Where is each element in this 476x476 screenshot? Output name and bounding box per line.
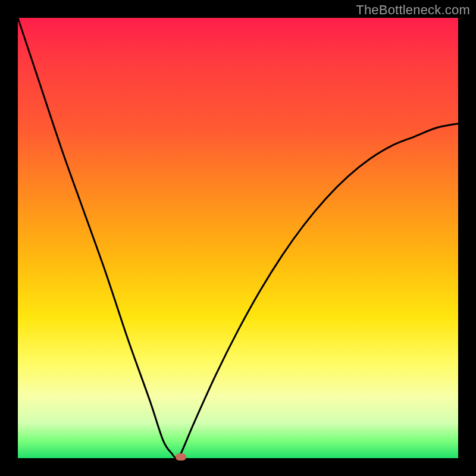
- plot-area: [18, 18, 458, 458]
- bottleneck-curve: [18, 18, 458, 458]
- minimum-marker: [176, 453, 186, 461]
- chart-frame: TheBottleneck.com: [0, 0, 476, 476]
- watermark-text: TheBottleneck.com: [356, 2, 470, 18]
